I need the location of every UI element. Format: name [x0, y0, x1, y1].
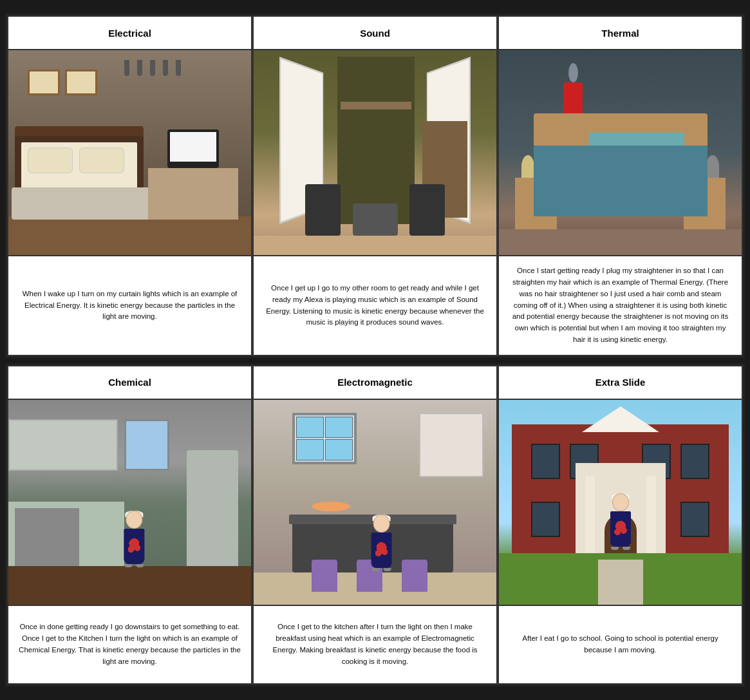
body	[610, 511, 631, 547]
header-extra: Extra Slide	[499, 366, 742, 400]
pillow-right	[79, 147, 124, 173]
text-sound: Once I get up I go to my other room to g…	[254, 256, 496, 355]
window	[292, 413, 357, 464]
stool-3	[402, 560, 427, 592]
feet	[124, 564, 144, 567]
person-electromagnetic	[371, 515, 391, 571]
text-extra: After I eat I go to school. Going to sch…	[499, 606, 742, 683]
foot-right	[623, 547, 630, 550]
closet-interior	[337, 57, 415, 224]
header-electrical: Electrical	[8, 17, 251, 50]
foot-left	[124, 564, 132, 567]
person-chemical	[124, 511, 144, 567]
cell-electrical: Electrical	[7, 15, 252, 356]
light-4	[163, 60, 168, 76]
header-electromagnetic: Electromagnetic	[254, 366, 496, 400]
floor	[8, 566, 251, 605]
foot-right	[136, 564, 144, 567]
food	[312, 502, 350, 511]
cell-electromagnetic: Electromagnetic	[252, 365, 498, 685]
light-3	[150, 60, 155, 76]
body	[124, 529, 144, 564]
cell-sound: Sound Once I get up I go to my other roo…	[252, 15, 498, 356]
floor	[499, 229, 742, 255]
desk	[148, 168, 238, 220]
pillow-left	[28, 147, 73, 173]
feet	[371, 568, 391, 571]
window-4	[680, 444, 709, 479]
image-sound	[254, 50, 496, 256]
image-chemical	[8, 400, 251, 606]
cell-thermal: Thermal Once I start getting ready I plu…	[498, 15, 743, 356]
light-1	[124, 60, 129, 76]
text-electromagnetic: Once I get to the kitchen after I turn t…	[254, 606, 496, 683]
character	[610, 493, 631, 550]
subwoofer	[353, 203, 398, 236]
window-5	[531, 502, 560, 537]
feet	[611, 547, 630, 550]
floor	[254, 236, 496, 255]
cabinet	[419, 413, 483, 477]
storyboard: Electrical	[0, 8, 750, 692]
frame-1	[28, 70, 60, 95]
window	[124, 419, 169, 471]
steam	[568, 63, 578, 82]
header-thermal: Thermal	[499, 17, 742, 50]
text-chemical: Once in done getting ready I go downstai…	[8, 606, 251, 683]
lamp-left	[521, 155, 534, 178]
image-electrical	[8, 50, 251, 256]
cell-extra: Extra Slide	[498, 365, 743, 685]
window-6	[680, 502, 709, 537]
closet-shelf	[341, 102, 411, 109]
foot-left	[371, 568, 379, 571]
text-electrical: When I wake up I turn on my curtain ligh…	[8, 256, 251, 355]
head	[126, 511, 142, 529]
row-2: Chemical	[5, 363, 745, 686]
stool-1	[312, 560, 337, 592]
image-electromagnetic	[254, 400, 496, 606]
body	[371, 533, 391, 568]
header-sound: Sound	[254, 17, 496, 50]
foot-left	[611, 547, 619, 550]
wall-frames	[28, 70, 97, 95]
character	[371, 515, 391, 571]
header-chemical: Chemical	[8, 366, 251, 400]
foot-right	[383, 568, 391, 571]
row-1: Electrical	[5, 14, 745, 358]
speaker-right	[409, 184, 445, 236]
monitor	[167, 129, 219, 168]
ceiling-lights	[124, 60, 181, 76]
cell-chemical: Chemical	[7, 365, 252, 685]
head	[612, 493, 629, 511]
fridge	[187, 450, 238, 579]
window-1	[531, 444, 560, 479]
cabinet	[8, 419, 118, 471]
lamp-right	[706, 155, 719, 178]
image-thermal	[499, 50, 742, 256]
text-thermal: Once I start getting ready I plug my str…	[499, 256, 742, 355]
light-2	[137, 60, 142, 76]
mattress	[534, 146, 708, 216]
image-extra	[499, 400, 742, 606]
frame-2	[65, 70, 97, 95]
light-5	[176, 60, 181, 76]
speaker-left	[305, 184, 341, 236]
head	[373, 515, 389, 533]
path	[598, 560, 643, 605]
roof-pediment	[582, 406, 659, 432]
stove	[15, 508, 79, 566]
column-right	[646, 476, 656, 566]
character	[124, 511, 144, 567]
person-extra	[610, 493, 631, 550]
rug	[12, 187, 166, 220]
column-left	[585, 476, 595, 566]
